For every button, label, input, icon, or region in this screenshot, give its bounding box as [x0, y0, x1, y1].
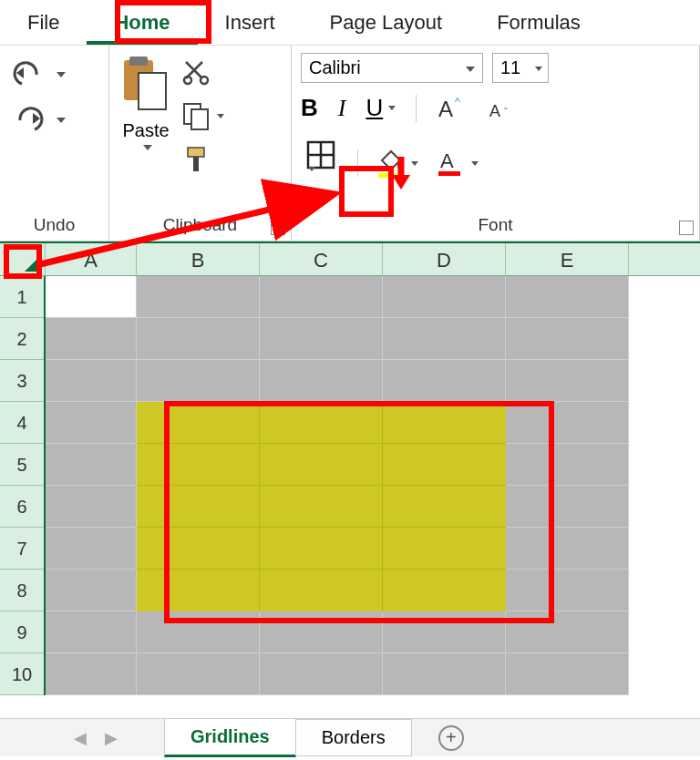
- svg-rect-6: [191, 109, 208, 129]
- svg-text:A: A: [440, 149, 454, 172]
- svg-text:^: ^: [455, 96, 460, 108]
- group-label-font: Font: [301, 215, 690, 235]
- tab-home[interactable]: Home: [87, 0, 197, 45]
- row-header-1[interactable]: 1: [0, 276, 44, 318]
- select-all-triangle[interactable]: [0, 243, 46, 275]
- svg-point-16: [397, 163, 403, 169]
- row-header-4[interactable]: 4: [0, 402, 44, 444]
- sheet-nav-prev[interactable]: ◀: [74, 728, 87, 748]
- clipboard-icon: [118, 53, 173, 117]
- row-header-5[interactable]: 5: [0, 444, 44, 486]
- italic-button[interactable]: I: [338, 95, 346, 122]
- svg-text:A: A: [438, 97, 453, 121]
- font-color-button[interactable]: A: [435, 148, 479, 179]
- sheet-tab-gridlines[interactable]: Gridlines: [164, 718, 296, 757]
- scissors-icon: [180, 56, 211, 87]
- bold-button[interactable]: B: [301, 94, 318, 122]
- copy-icon: [180, 100, 211, 131]
- svg-rect-2: [139, 73, 166, 109]
- borders-button[interactable]: [301, 135, 341, 191]
- col-header-e[interactable]: E: [506, 243, 629, 275]
- highlighted-range: [137, 402, 506, 611]
- row-header-3[interactable]: 3: [0, 360, 44, 402]
- svg-rect-19: [438, 171, 460, 176]
- cell-area[interactable]: [46, 276, 700, 695]
- undo-dropdown-icon[interactable]: [57, 72, 66, 77]
- paste-button[interactable]: Paste: [118, 53, 173, 150]
- borders-icon: [304, 139, 337, 171]
- svg-point-4: [201, 77, 208, 84]
- row-header-8[interactable]: 8: [0, 570, 44, 611]
- font-name-select[interactable]: Calibri: [301, 53, 483, 83]
- font-color-icon: A: [435, 148, 466, 179]
- fill-color-button[interactable]: [375, 148, 418, 179]
- tab-formulas[interactable]: Formulas: [469, 0, 608, 45]
- font-size-select[interactable]: 11: [492, 53, 549, 83]
- group-label-clipboard: Clipboard: [118, 215, 282, 235]
- redo-button[interactable]: [9, 106, 66, 135]
- increase-font-button[interactable]: A^: [437, 95, 468, 122]
- row-header-7[interactable]: 7: [0, 528, 44, 570]
- paint-bucket-icon: [375, 148, 406, 179]
- sheet-tab-borders[interactable]: Borders: [295, 719, 412, 756]
- copy-button[interactable]: [180, 100, 224, 131]
- tab-file[interactable]: File: [0, 0, 87, 45]
- row-header-2[interactable]: 2: [0, 318, 44, 360]
- paste-label: Paste: [122, 120, 169, 141]
- row-header-10[interactable]: 10: [0, 653, 44, 695]
- decrease-font-button[interactable]: Aˇ: [488, 95, 519, 122]
- redo-dropdown-icon[interactable]: [57, 118, 66, 123]
- format-painter-button[interactable]: [180, 144, 224, 175]
- add-sheet-button[interactable]: +: [438, 725, 464, 751]
- underline-button[interactable]: U: [365, 94, 396, 122]
- svg-text:ˇ: ˇ: [504, 107, 508, 119]
- svg-rect-17: [378, 173, 402, 178]
- tab-page-layout[interactable]: Page Layout: [303, 0, 470, 45]
- font-launcher[interactable]: [679, 221, 694, 235]
- col-header-b[interactable]: B: [137, 243, 260, 275]
- row-header-9[interactable]: 9: [0, 611, 44, 653]
- undo-button[interactable]: [9, 60, 66, 89]
- svg-rect-7: [188, 148, 204, 157]
- group-label-undo: Undo: [9, 215, 99, 235]
- col-header-c[interactable]: C: [260, 243, 383, 275]
- paintbrush-icon: [180, 144, 211, 175]
- svg-rect-1: [129, 56, 148, 66]
- col-header-a[interactable]: A: [46, 243, 137, 275]
- sheet-nav-next[interactable]: ▶: [105, 728, 118, 748]
- svg-text:A: A: [489, 102, 500, 120]
- paste-dropdown-icon[interactable]: [143, 145, 152, 150]
- svg-rect-8: [193, 157, 199, 171]
- tab-insert[interactable]: Insert: [198, 0, 303, 45]
- col-header-d[interactable]: D: [383, 243, 506, 275]
- clipboard-launcher[interactable]: [271, 221, 285, 235]
- svg-point-3: [184, 77, 191, 84]
- cut-button[interactable]: [180, 56, 224, 87]
- row-header-6[interactable]: 6: [0, 486, 44, 528]
